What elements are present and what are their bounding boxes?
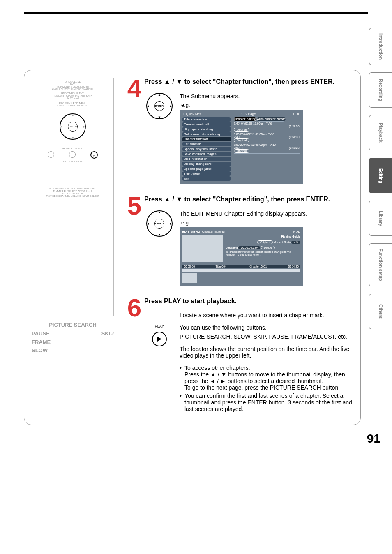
- example-label: e.g.: [181, 219, 353, 226]
- instruction-panel: OPEN/CLOSE DVD TOP MENU MENU RETURN ANGL…: [24, 70, 361, 425]
- timebar-end: 00:54:30: [288, 265, 299, 268]
- hdd-badge: HDD: [293, 230, 300, 233]
- menu-item: Edit functon: [182, 142, 231, 146]
- bullet-item: To access other chapters: Press the ▲ / …: [180, 365, 353, 391]
- tab-others[interactable]: Others: [369, 294, 392, 329]
- title-list: Chapter editing Auto chapter create 3:45…: [234, 117, 300, 181]
- instruction-text: To create new chapter, select desired st…: [226, 250, 300, 256]
- page-number: 91: [0, 432, 380, 446]
- step-description: The Submenu appears.: [180, 93, 353, 99]
- step-heading: Press PLAY to start playback.: [144, 297, 353, 306]
- menu-item: High speed dubbing: [182, 127, 231, 132]
- chapter-number: Chapter:0001: [247, 265, 269, 268]
- step-text: You can use the following buttons.: [180, 324, 353, 331]
- menu-item: Rate conversion dubbing: [182, 132, 231, 136]
- menu-item: Exit: [182, 176, 231, 181]
- label-picture-search: PICTURE SEARCH: [32, 321, 114, 330]
- title-number: Title:004: [213, 265, 229, 268]
- section-tabs: Introduction Recording Playback Editing …: [369, 25, 392, 425]
- remote-row: TV/VIDEO CHANNEL VOLUME INPUT SELECT: [34, 195, 112, 197]
- step-text: The locator shows the current position o…: [180, 346, 353, 359]
- auto-chapter-pill: Auto chapter create: [257, 117, 286, 122]
- remote-row: ANGLE SUBTITLE AUDIO CHANNEL: [34, 88, 112, 90]
- submenu-screenshot: ➜ Quick Menu 1 / 2 Page HDD Title inform…: [180, 110, 303, 184]
- label-skip: SKIP: [101, 330, 114, 338]
- step-6: 6 Press PLAY to start playback. PLAY Loc…: [125, 297, 353, 414]
- divide-button: Divide: [261, 246, 274, 249]
- label-slow: SLOW: [32, 346, 114, 355]
- tab-playback[interactable]: Playback: [369, 115, 392, 150]
- label-frame: FRAME: [32, 338, 114, 347]
- menu-item: Save captured images: [182, 152, 231, 156]
- location-label: Location: [226, 246, 238, 249]
- quick-menu-title: Quick Menu: [186, 112, 203, 116]
- header-rule: [24, 12, 368, 25]
- step-text: PICTURE SEARCH, SLOW, SKIP, PAUSE, FRAME…: [180, 333, 353, 340]
- bullet-list: To access other chapters: Press the ▲ / …: [180, 365, 353, 412]
- step-heading: Press ▲ / ▼ to select "Chapter editing",…: [144, 195, 353, 204]
- remote-diagram: OPEN/CLOSE DVD TOP MENU MENU RETURN ANGL…: [32, 78, 114, 316]
- thumbnail: [182, 273, 197, 283]
- menu-item: Display changeover: [182, 162, 231, 166]
- example-label: e.g.: [181, 102, 353, 108]
- remote-callouts: PICTURE SEARCH PAUSE SKIP FRAME SLOW: [32, 321, 114, 355]
- play-label: PLAY: [144, 324, 175, 328]
- tab-function-setup[interactable]: Function setup: [369, 243, 392, 286]
- chapter-editing-pill: Chapter editing: [234, 117, 256, 122]
- page-indicator: 1 / 2 Page: [241, 112, 256, 116]
- menu-item: Create thumbnail: [182, 122, 231, 127]
- step-4: 4 Press ▲ / ▼ to select "Chapter functio…: [125, 78, 353, 184]
- original-badge: Original: [257, 240, 273, 244]
- remote-row: EASY NAVI: [34, 97, 112, 99]
- preview-box: [182, 235, 223, 262]
- location-value: 00:00:00:03F: [238, 246, 260, 249]
- remote-row: PAUSE STOP PLAY: [34, 147, 112, 150]
- tab-library[interactable]: Library: [369, 201, 392, 236]
- list-item: 3:45) 04/06/08 11:00 am TV:6 (0:29:50) O…: [234, 122, 300, 132]
- aspect-value: 4:3: [291, 241, 300, 244]
- aspect-label: Aspect Ratio: [274, 241, 291, 244]
- list-item: 9:00 2004/07/11 07:00 am TV:8 2:40) (0:5…: [234, 132, 300, 143]
- program-title: Fishing Guide: [226, 235, 300, 238]
- tab-recording[interactable]: Recording: [369, 72, 392, 108]
- edit-menu-title: EDIT MENU: [182, 230, 200, 233]
- menu-item: Disc information: [182, 157, 231, 161]
- remote-column: OPEN/CLOSE DVD TOP MENU MENU RETURN ANGL…: [32, 78, 114, 417]
- step-number: 4: [125, 78, 144, 184]
- nav-enter-icon: ▲▼◄►: [60, 113, 86, 140]
- step-heading: Press ▲ / ▼ to select "Chapter function"…: [144, 78, 353, 86]
- list-item: 1:00 2004/07/12 09:00 pm TV:10 0:08) (0:…: [234, 143, 300, 154]
- quick-menu-list: Title information Create thumbnail High …: [182, 117, 231, 181]
- hdd-badge: HDD: [293, 112, 300, 116]
- menu-item: Title information: [182, 117, 231, 122]
- steps-column: 4 Press ▲ / ▼ to select "Chapter functio…: [125, 78, 353, 417]
- edit-menu-subtitle: Chapter Editing: [202, 230, 224, 233]
- menu-item-selected: Chapter function: [182, 137, 231, 141]
- tab-introduction[interactable]: Introduction: [369, 28, 392, 65]
- step-number: 5: [125, 195, 144, 286]
- play-icon: [152, 332, 167, 346]
- bullet-item: You can confirm the first and last scene…: [180, 392, 353, 412]
- step-5: 5 Press ▲ / ▼ to select "Chapter editing…: [125, 195, 353, 286]
- menu-item: Title delete: [182, 171, 231, 176]
- step-description: The EDIT MENU Chapter Editing display ap…: [180, 210, 353, 217]
- step-text: Locate a scene where you want to insert …: [180, 312, 353, 319]
- menu-item: Specific page jump: [182, 166, 231, 171]
- tab-editing[interactable]: Editing: [369, 158, 392, 193]
- label-pause: PAUSE: [32, 330, 50, 338]
- menu-item: Special playback mode: [182, 147, 231, 151]
- nav-enter-icon: ▲▼◄►: [146, 210, 173, 237]
- timebar-start: 00:00:00: [184, 265, 195, 268]
- nav-enter-icon: ▲▼◄►: [146, 93, 173, 119]
- edit-menu-screenshot: EDIT MENU Chapter Editing HDD Fishing Gu…: [180, 227, 303, 286]
- step-number: 6: [125, 297, 144, 414]
- time-bar: [182, 269, 300, 272]
